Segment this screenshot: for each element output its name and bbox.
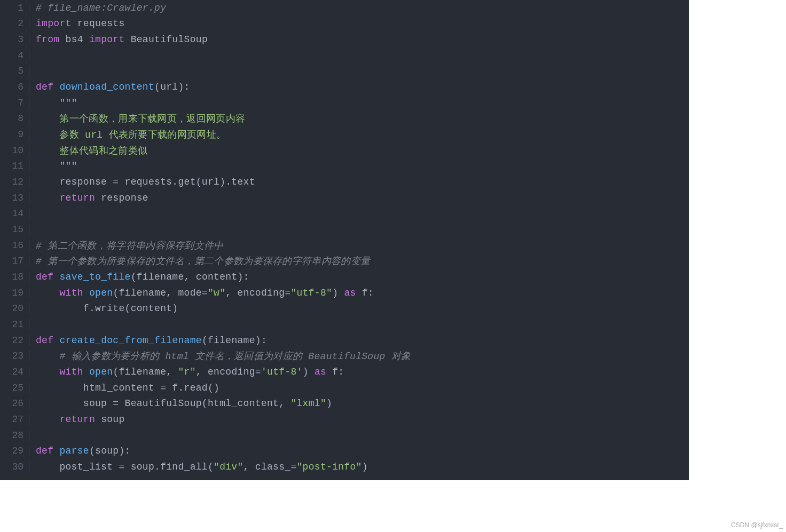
line-number: 11: [0, 161, 29, 171]
code-line[interactable]: 28: [0, 427, 689, 443]
code-line[interactable]: 23 # 输入参数为要分析的 html 文件名，返回值为对应的 Beautifu…: [0, 348, 689, 364]
line-number: 26: [0, 398, 29, 409]
line-number: 13: [0, 193, 29, 203]
code-line[interactable]: 16# 第二个函数，将字符串内容保存到文件中: [0, 237, 689, 253]
code-content[interactable]: soup = BeautifulSoup(html_content, "lxml…: [29, 398, 332, 409]
line-number: 18: [0, 272, 29, 282]
line-number: 25: [0, 383, 29, 393]
line-number: 23: [0, 351, 29, 361]
code-line[interactable]: 13 return response: [0, 190, 689, 206]
code-content[interactable]: 第一个函数，用来下载网页，返回网页内容: [29, 112, 245, 125]
code-content[interactable]: def parse(soup):: [29, 446, 131, 456]
code-line[interactable]: 25 html_content = f.read(): [0, 380, 689, 396]
line-number: 4: [0, 50, 29, 61]
code-line[interactable]: 14: [0, 206, 689, 222]
line-number: 17: [0, 256, 29, 266]
code-content[interactable]: import requests: [29, 18, 125, 29]
code-line[interactable]: 17# 第一个参数为所要保存的文件名，第二个参数为要保存的字符串内容的变量: [0, 253, 689, 269]
line-number: 7: [0, 98, 29, 108]
code-line[interactable]: 12 response = requests.get(url).text: [0, 174, 689, 190]
code-line[interactable]: 21: [0, 316, 689, 332]
line-number: 19: [0, 288, 29, 298]
watermark-text: CSDN @sjfxnxsr_: [731, 521, 783, 529]
line-number: 12: [0, 177, 29, 187]
code-content[interactable]: post_list = soup.find_all("div", class_=…: [29, 462, 368, 472]
line-number: 5: [0, 66, 29, 76]
code-content[interactable]: with open(filename, mode="w", encoding="…: [29, 288, 374, 298]
code-line[interactable]: 4: [0, 47, 689, 63]
line-number: 22: [0, 335, 29, 346]
code-content[interactable]: """: [29, 98, 77, 108]
code-content[interactable]: def create_doc_from_filename(filename):: [29, 335, 267, 346]
code-content[interactable]: 整体代码和之前类似: [29, 144, 147, 157]
line-number: 20: [0, 303, 29, 314]
code-line[interactable]: 9 参数 url 代表所要下载的网页网址。: [0, 126, 689, 142]
line-number: 9: [0, 129, 29, 140]
code-content[interactable]: """: [29, 161, 77, 171]
code-content[interactable]: 参数 url 代表所要下载的网页网址。: [29, 128, 226, 141]
line-number: 2: [0, 18, 29, 29]
code-content[interactable]: # file_name:Crawler.py: [29, 3, 166, 13]
code-line[interactable]: 1# file_name:Crawler.py: [0, 0, 689, 16]
code-line[interactable]: 29def parse(soup):: [0, 443, 689, 459]
code-content[interactable]: response = requests.get(url).text: [29, 177, 255, 187]
code-line[interactable]: 30 post_list = soup.find_all("div", clas…: [0, 459, 689, 475]
code-line[interactable]: 19 with open(filename, mode="w", encodin…: [0, 285, 689, 301]
code-content[interactable]: # 输入参数为要分析的 html 文件名，返回值为对应的 BeautifulSo…: [29, 350, 411, 362]
line-number: 24: [0, 367, 29, 377]
code-line[interactable]: 15: [0, 221, 689, 237]
line-number: 10: [0, 145, 29, 156]
code-line[interactable]: 18def save_to_file(filename, content):: [0, 269, 689, 285]
code-line[interactable]: 8 第一个函数，用来下载网页，返回网页内容: [0, 111, 689, 127]
code-content[interactable]: with open(filename, "r", encoding='utf-8…: [29, 367, 344, 377]
line-number: 14: [0, 208, 29, 219]
code-content[interactable]: def save_to_file(filename, content):: [29, 272, 249, 282]
code-line[interactable]: 11 """: [0, 158, 689, 174]
line-number: 3: [0, 34, 29, 45]
code-content[interactable]: return soup: [29, 414, 125, 425]
code-line[interactable]: 6def download_content(url):: [0, 79, 689, 95]
code-line[interactable]: 2import requests: [0, 16, 689, 32]
code-line[interactable]: 22def create_doc_from_filename(filename)…: [0, 332, 689, 348]
code-line[interactable]: 20 f.write(content): [0, 300, 689, 316]
code-editor[interactable]: 1# file_name:Crawler.py2import requests3…: [0, 0, 689, 480]
line-number: 21: [0, 319, 29, 330]
code-content[interactable]: html_content = f.read(): [29, 383, 219, 393]
line-number: 16: [0, 240, 29, 251]
code-content[interactable]: return response: [29, 193, 148, 203]
code-content[interactable]: # 第二个函数，将字符串内容保存到文件中: [29, 239, 224, 252]
code-line[interactable]: 26 soup = BeautifulSoup(html_content, "l…: [0, 395, 689, 411]
code-line[interactable]: 3from bs4 import BeautifulSoup: [0, 31, 689, 47]
code-line[interactable]: 24 with open(filename, "r", encoding='ut…: [0, 364, 689, 380]
code-line[interactable]: 7 """: [0, 95, 689, 111]
line-number: 8: [0, 113, 29, 124]
code-line[interactable]: 27 return soup: [0, 411, 689, 427]
code-line[interactable]: 5: [0, 63, 689, 80]
code-content[interactable]: # 第一个参数为所要保存的文件名，第二个参数为要保存的字符串内容的变量: [29, 255, 370, 267]
line-number: 15: [0, 224, 29, 235]
right-margin: [689, 0, 786, 532]
line-number: 27: [0, 414, 29, 425]
line-number: 30: [0, 462, 29, 472]
code-content[interactable]: def download_content(url):: [29, 82, 190, 92]
line-number: 1: [0, 3, 29, 13]
code-content[interactable]: from bs4 import BeautifulSoup: [29, 34, 208, 45]
code-line[interactable]: 10 整体代码和之前类似: [0, 142, 689, 158]
line-number: 28: [0, 430, 29, 441]
code-content[interactable]: f.write(content): [29, 303, 178, 314]
line-number: 29: [0, 446, 29, 456]
line-number: 6: [0, 82, 29, 92]
